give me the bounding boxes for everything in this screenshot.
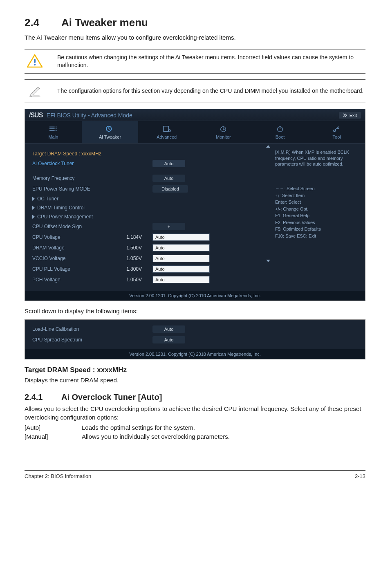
info-text: The configuration options for this secti…	[45, 87, 363, 95]
cpupll-voltage-field[interactable]: Auto	[152, 265, 210, 273]
caution-note: Be cautious when changing the settings o…	[25, 49, 365, 74]
option-row: [Auto] Loads the optimal settings for th…	[25, 423, 365, 433]
help-key-line: F1: General Help	[275, 212, 359, 219]
help-key-line: F5: Optimized Defaults	[275, 226, 359, 233]
tweaker-icon	[105, 125, 114, 132]
tab-tool[interactable]: Tool	[308, 121, 365, 143]
pch-voltage-field[interactable]: Auto	[152, 276, 210, 283]
footer-left: Chapter 2: BIOS information	[25, 473, 91, 479]
row-cpu-voltage[interactable]: CPU Voltage	[32, 234, 126, 240]
advanced-icon	[162, 125, 171, 132]
row-ai-oc-tuner[interactable]: Ai Overclock Tuner	[32, 161, 152, 166]
help-key-line: F10: Save ESC: Exit	[275, 233, 359, 240]
row-load-line-calibration[interactable]: Load-Line Calibration	[32, 326, 152, 332]
llc-value[interactable]: Auto	[152, 325, 185, 333]
help-description: [X.M.P.] When XMP is enabled BCLK freque…	[275, 149, 359, 168]
dram-voltage-reading: 1.500V	[126, 245, 152, 251]
help-key-line: Enter: Select	[275, 199, 359, 206]
option-manual-desc: Allows you to individually set overclock…	[82, 432, 230, 442]
row-vccio-voltage[interactable]: VCCIO Voltage	[32, 256, 126, 261]
row-cpu-spread-spectrum[interactable]: CPU Spread Spectrum	[32, 337, 152, 343]
svg-point-7	[56, 128, 57, 129]
vccio-voltage-reading: 1.050V	[126, 256, 152, 261]
tab-advanced[interactable]: Advanced	[138, 121, 195, 143]
section-heading: 2.4Ai Tweaker menu	[25, 16, 365, 29]
tool-icon	[332, 125, 341, 132]
tab-boot[interactable]: Boot	[252, 121, 309, 143]
help-key-line: ↑↓: Select Item	[275, 192, 359, 199]
tab-tool-label: Tool	[333, 135, 341, 139]
bios-screenshot-secondary: Load-Line Calibration Auto CPU Spread Sp…	[25, 319, 365, 359]
cpupll-voltage-reading: 1.800V	[126, 266, 152, 272]
svg-rect-15	[334, 130, 336, 131]
option-manual-key: [Manual]	[25, 432, 82, 442]
svg-point-6	[56, 126, 57, 128]
tab-advanced-label: Advanced	[157, 135, 177, 139]
bios-footer: Version 2.00.1201. Copyright (C) 2010 Am…	[25, 291, 365, 301]
help-key-line: +/-: Change Opt.	[275, 206, 359, 213]
memory-frequency-value[interactable]: Auto	[152, 175, 185, 182]
row-offset-sign[interactable]: CPU Offset Mode Sign	[32, 224, 152, 229]
exit-button[interactable]: Exit	[339, 112, 361, 119]
row-memory-frequency[interactable]: Memory Frequency	[32, 175, 152, 181]
svg-point-1	[34, 64, 36, 65]
footer-right: 2-13	[355, 473, 365, 479]
row-pch-voltage[interactable]: PCH Voltage	[32, 277, 126, 283]
info-note: The configuration options for this secti…	[25, 79, 365, 103]
chevron-icon	[32, 215, 35, 219]
tab-tweaker-label: Ai Tweaker	[99, 135, 121, 139]
scroll-down-icon[interactable]	[266, 260, 270, 262]
target-dram-subhead: Target DRAM Speed : xxxxMHz	[25, 366, 365, 374]
dram-voltage-field[interactable]: Auto	[152, 244, 210, 251]
svg-rect-14	[280, 126, 280, 129]
cpu-voltage-field[interactable]: Auto	[152, 233, 210, 241]
row-dram-voltage[interactable]: DRAM Voltage	[32, 245, 126, 251]
row-cpupll-voltage[interactable]: CPU PLL Voltage	[32, 266, 126, 272]
row-cpu-pm[interactable]: CPU Power Management	[37, 214, 131, 220]
row-dram-timing[interactable]: DRAM Timing Control	[37, 205, 131, 211]
tab-monitor[interactable]: Monitor	[195, 121, 252, 143]
tab-main-label: Main	[48, 135, 58, 139]
help-key-line: →←: Select Screen	[275, 185, 359, 192]
epu-value[interactable]: Disabled	[152, 185, 188, 193]
caution-icon	[25, 54, 45, 69]
row-oc-tuner[interactable]: OC Tuner	[37, 196, 131, 202]
option-row: [Manual] Allows you to individually set …	[25, 432, 365, 442]
subsection-body: Allows you to select the CPU overclockin…	[25, 404, 365, 422]
svg-rect-3	[49, 126, 55, 127]
scroll-caption: Scroll down to display the following ite…	[25, 307, 365, 314]
bios-logo-sub: EFI BIOS Utility - Advanced Mode	[47, 112, 132, 119]
bios-tabs: Main Ai Tweaker Advanced Monitor Boot To…	[25, 121, 365, 144]
bios-titlebar: /SUS EFI BIOS Utility - Advanced Mode Ex…	[25, 109, 365, 121]
chevron-icon	[32, 197, 35, 201]
help-keys: →←: Select Screen ↑↓: Select Item Enter:…	[275, 185, 359, 239]
page-footer: Chapter 2: BIOS information 2-13	[25, 470, 365, 479]
boot-icon	[276, 125, 285, 132]
pencil-icon	[25, 84, 45, 99]
intro-paragraph: The Ai Tweaker menu items allow you to c…	[25, 34, 365, 41]
offset-sign-value[interactable]: +	[152, 223, 185, 230]
caution-text: Be cautious when changing the settings o…	[45, 54, 365, 69]
svg-rect-10	[164, 126, 169, 131]
row-epu-mode[interactable]: EPU Power Saving MODE	[32, 186, 152, 192]
exit-icon	[343, 113, 347, 117]
chevron-icon	[32, 206, 35, 210]
css-value[interactable]: Auto	[152, 336, 185, 343]
vccio-voltage-field[interactable]: Auto	[152, 255, 210, 262]
subsection-title: Ai Overclock Tuner [Auto]	[61, 393, 162, 402]
ai-oc-tuner-value[interactable]: Auto	[152, 160, 185, 167]
subsection-number: 2.4.1	[25, 393, 61, 402]
option-auto-key: [Auto]	[25, 423, 82, 433]
bios-content-area: Target DRAM Speed : xxxxMHz Ai Overclock…	[25, 144, 265, 291]
section-number: 2.4	[25, 16, 61, 29]
row-target-dram-speed: Target DRAM Speed : xxxxMHz	[32, 151, 126, 157]
bios-logo-text: /SUS	[29, 112, 43, 119]
help-key-line: F2: Previous Values	[275, 219, 359, 226]
tab-main[interactable]: Main	[25, 121, 82, 143]
scrollbar[interactable]	[265, 144, 271, 291]
tab-ai-tweaker[interactable]: Ai Tweaker	[82, 121, 139, 143]
target-dram-body: Displays the current DRAM speed.	[25, 376, 365, 384]
subsection-heading: 2.4.1Ai Overclock Tuner [Auto]	[25, 393, 365, 402]
scroll-up-icon[interactable]	[266, 145, 270, 148]
section-title-text: Ai Tweaker menu	[61, 16, 148, 29]
